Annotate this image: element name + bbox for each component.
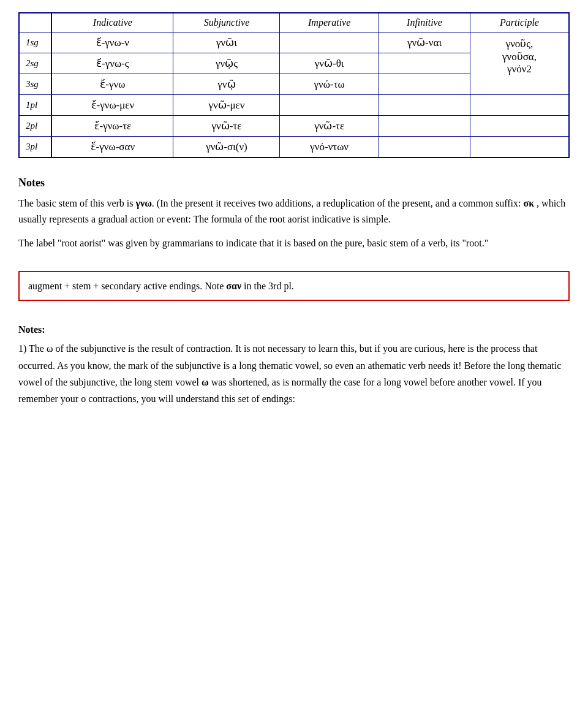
notes-title: Notes	[18, 177, 570, 189]
cell-indicative-1pl: ἔ-γνω-μεν	[51, 95, 173, 116]
row-label-3pl: 3pl	[19, 137, 51, 158]
cell-indicative-2pl: ἔ-γνω-τε	[51, 116, 173, 137]
cell-subjunctive-1pl: γνῶ-μεν	[173, 95, 280, 116]
col-header-subjunctive: Subjunctive	[173, 13, 280, 32]
cell-indicative-1sg: ἔ-γνω-ν	[51, 32, 173, 53]
cell-subjunctive-3pl: γνῶ-σι(ν)	[173, 137, 280, 158]
col-header-participle: Participle	[470, 13, 569, 32]
cell-indicative-3pl: ἔ-γνω-σαν	[51, 137, 173, 158]
cell-imperative-1sg	[280, 32, 379, 53]
notes-p1-after: . (In the present it receives two additi…	[152, 198, 524, 208]
cell-infinitive-2sg	[379, 53, 470, 74]
cell-participle-3pl	[470, 137, 569, 158]
cell-participle-merged: γνοῦς,γνοῦσα,γνόν2	[470, 32, 569, 95]
cell-subjunctive-2pl: γνῶ-τε	[173, 116, 280, 137]
cell-infinitive-2pl	[379, 116, 470, 137]
cell-imperative-3sg: γνώ-τω	[280, 74, 379, 95]
cell-subjunctive-1sg: γνῶι	[173, 32, 280, 53]
col-header-imperative: Imperative	[280, 13, 379, 32]
notes-section: Notes The basic stem of this verb is γνω…	[18, 177, 570, 407]
cell-participle-2pl	[470, 116, 569, 137]
col-header-empty	[19, 13, 51, 32]
cell-infinitive-3pl	[379, 137, 470, 158]
row-label-1pl: 1pl	[19, 95, 51, 116]
row-label-3sg: 3sg	[19, 74, 51, 95]
col-header-infinitive: Infinitive	[379, 13, 470, 32]
col-header-indicative: Indicative	[51, 13, 173, 32]
cell-imperative-2pl: γνῶ-τε	[280, 116, 379, 137]
cell-indicative-3sg: ἔ-γνω	[51, 74, 173, 95]
cell-subjunctive-2sg: γνῷς	[173, 53, 280, 74]
cell-infinitive-1pl	[379, 95, 470, 116]
notes-paragraph-2: The label "root aorist" was given by gra…	[18, 235, 570, 251]
row-label-2sg: 2sg	[19, 53, 51, 74]
notes-p1-before: The basic stem of this verb is	[18, 198, 136, 208]
cell-participle-1pl	[470, 95, 569, 116]
conjugation-table: Indicative Subjunctive Imperative Infini…	[18, 12, 570, 158]
highlight-before: augment + stem + secondary active ending…	[28, 281, 226, 291]
table-row: 1plἔ-γνω-μενγνῶ-μεν	[19, 95, 569, 116]
notes-colon-section: Notes: 1) The ω of the subjunctive is th…	[18, 324, 570, 407]
highlight-greek: σαν	[226, 281, 241, 291]
table-row: 2plἔ-γνω-τεγνῶ-τεγνῶ-τε	[19, 116, 569, 137]
cell-imperative-1pl	[280, 95, 379, 116]
highlight-after: in the 3rd pl.	[241, 281, 294, 291]
table-row: 1sgἔ-γνω-νγνῶιγνῶ-ναιγνοῦς,γνοῦσα,γνόν2	[19, 32, 569, 53]
cell-infinitive-1sg: γνῶ-ναι	[379, 32, 470, 53]
highlight-box: augment + stem + secondary active ending…	[18, 271, 570, 302]
notes-p1-greek: γνω	[136, 198, 152, 208]
notes-p1-suffix: σκ	[523, 198, 534, 208]
cell-subjunctive-3sg: γνῷ	[173, 74, 280, 95]
cell-indicative-2sg: ἔ-γνω-ς	[51, 53, 173, 74]
notes-colon-paragraph-1: 1) The ω of the subjunctive is the resul…	[18, 340, 570, 407]
notes-paragraph-1: The basic stem of this verb is γνω. (In …	[18, 196, 570, 227]
cell-infinitive-3sg	[379, 74, 470, 95]
row-label-2pl: 2pl	[19, 116, 51, 137]
row-label-1sg: 1sg	[19, 32, 51, 53]
notes-colon-title: Notes:	[18, 324, 570, 335]
notes-colon-1-greek: ω	[202, 377, 209, 387]
cell-imperative-2sg: γνῶ-θι	[280, 53, 379, 74]
cell-imperative-3pl: γνό-ντων	[280, 137, 379, 158]
table-row: 3plἔ-γνω-σανγνῶ-σι(ν)γνό-ντων	[19, 137, 569, 158]
